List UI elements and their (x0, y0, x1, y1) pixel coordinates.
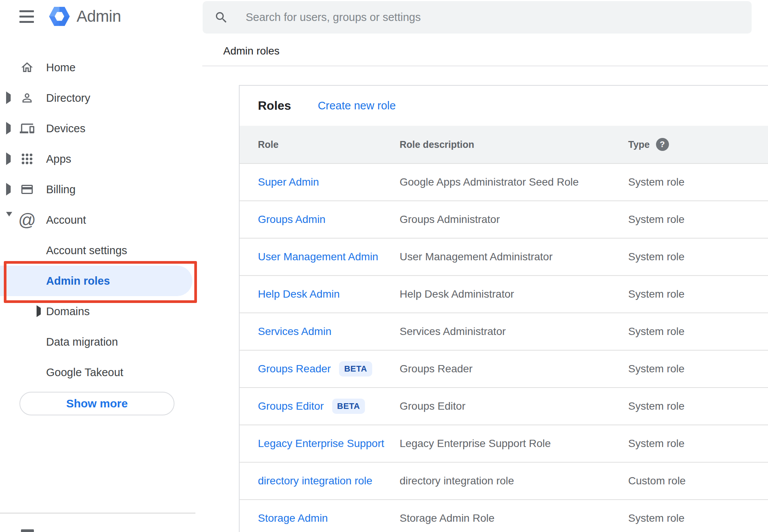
sidebar-item-data-migration[interactable]: Data migration (0, 327, 202, 357)
sidebar-item-admin-roles[interactable]: Admin roles (0, 266, 202, 296)
role-link[interactable]: User Management Admin (258, 251, 378, 263)
role-type: System role (628, 176, 768, 188)
role-type: System role (628, 400, 768, 412)
billing-icon (20, 182, 34, 197)
roles-table-header: Role Role description Type ? (240, 126, 768, 164)
search-placeholder: Search for users, groups or settings (246, 11, 421, 24)
expand-arrow-icon[interactable] (6, 95, 11, 101)
sidebar-item-home[interactable]: Home (0, 52, 202, 83)
role-description: Help Desk Administrator (400, 288, 628, 300)
role-link[interactable]: Super Admin (258, 176, 319, 188)
sidebar-item-label: Account settings (0, 244, 127, 257)
expand-arrow-icon[interactable] (6, 125, 11, 132)
sidebar-item-domains[interactable]: Domains (0, 296, 202, 327)
role-description: Legacy Enterprise Support Role (400, 437, 628, 450)
role-description: Groups Reader (400, 363, 628, 375)
role-type: System role (628, 251, 768, 263)
header-divider (202, 66, 768, 66)
sidebar-item-directory[interactable]: Directory (0, 83, 202, 113)
roles-table-body: Super Admin Google Apps Administrator Se… (240, 164, 768, 532)
collapse-arrow-icon[interactable] (6, 216, 12, 223)
table-row: Legacy Enterprise Support Legacy Enterpr… (240, 425, 768, 463)
role-link[interactable]: directory integration role (258, 475, 372, 487)
role-link[interactable]: Groups Editor (258, 400, 324, 412)
role-description: User Management Administrator (400, 251, 628, 263)
role-type: System role (628, 437, 768, 450)
sidebar-item-label: Apps (0, 153, 71, 165)
sidebar-item-billing[interactable]: Billing (0, 174, 202, 205)
role-description: directory integration role (400, 475, 628, 487)
table-row: Groups Admin Groups Administrator System… (240, 201, 768, 239)
sidebar: Admin Home Directory Devices (0, 0, 202, 532)
role-description: Services Administrator (400, 325, 628, 338)
table-row: Storage Admin Storage Admin Role System … (240, 500, 768, 532)
table-row: Super Admin Google Apps Administrator Se… (240, 164, 768, 201)
table-row: Groups Reader BETA Groups Reader System … (240, 351, 768, 388)
role-description: Storage Admin Role (400, 512, 628, 524)
search-input[interactable]: Search for users, groups or settings (203, 1, 752, 34)
role-type: Custom role (628, 475, 768, 487)
admin-hexagon-icon (48, 5, 70, 28)
sidebar-item-label: Directory (0, 92, 90, 104)
role-description: Groups Administrator (400, 213, 628, 226)
cutoff-menu-icon (21, 529, 34, 532)
sidebar-item-label: Account (0, 214, 86, 226)
beta-badge: BETA (339, 361, 372, 377)
sidebar-item-account-settings[interactable]: Account settings (0, 235, 202, 266)
admin-logo[interactable]: Admin (48, 4, 121, 29)
role-type: System role (628, 288, 768, 300)
role-type: System role (628, 325, 768, 338)
app-title: Admin (77, 7, 121, 26)
roles-card-header: Roles Create new role (240, 86, 768, 126)
role-link[interactable]: Storage Admin (258, 512, 328, 524)
create-new-role-link[interactable]: Create new role (318, 99, 396, 112)
role-description: Groups Editor (400, 400, 628, 412)
sidebar-item-label: Google Takeout (0, 366, 123, 379)
breadcrumb: Admin roles (223, 45, 280, 57)
sidebar-item-label: Home (0, 61, 75, 74)
search-icon (214, 10, 229, 25)
table-row: directory integration role directory int… (240, 463, 768, 500)
roles-card: Roles Create new role Role Role descript… (239, 85, 768, 532)
sidebar-item-label: Devices (0, 122, 85, 135)
sidebar-item-devices[interactable]: Devices (0, 113, 202, 144)
sidebar-item-label: Data migration (0, 336, 118, 348)
expand-arrow-icon[interactable] (6, 186, 11, 193)
table-row: Help Desk Admin Help Desk Administrator … (240, 276, 768, 313)
column-header-description: Role description (400, 139, 628, 150)
main-content: Search for users, groups or settings Adm… (202, 0, 768, 532)
role-type: System role (628, 512, 768, 524)
role-type: System role (628, 213, 768, 226)
table-row: User Management Admin User Management Ad… (240, 239, 768, 276)
sidebar-item-label: Billing (0, 183, 75, 196)
sidebar-item-label: Domains (0, 305, 90, 318)
role-link[interactable]: Groups Admin (258, 213, 325, 226)
beta-badge: BETA (332, 399, 365, 414)
role-type: System role (628, 363, 768, 375)
directory-icon (20, 90, 34, 106)
home-icon (20, 60, 34, 75)
role-link[interactable]: Services Admin (258, 325, 331, 338)
column-header-role: Role (258, 139, 400, 150)
sidebar-divider (0, 513, 195, 514)
show-more-button[interactable]: Show more (19, 392, 174, 415)
sidebar-item-google-takeout[interactable]: Google Takeout (0, 357, 202, 388)
menu-icon[interactable] (19, 10, 34, 26)
account-icon: @ (20, 212, 34, 228)
help-icon[interactable]: ? (656, 138, 669, 151)
table-row: Services Admin Services Administrator Sy… (240, 313, 768, 351)
role-link[interactable]: Help Desk Admin (258, 288, 340, 300)
sidebar-nav: Home Directory Devices (0, 52, 202, 388)
roles-title: Roles (258, 99, 291, 113)
devices-icon (20, 121, 34, 136)
sidebar-item-account[interactable]: @ Account (0, 205, 202, 235)
sidebar-item-label: Admin roles (0, 275, 110, 287)
role-link[interactable]: Groups Reader (258, 363, 331, 375)
table-row: Groups Editor BETA Groups Editor System … (240, 388, 768, 425)
role-link[interactable]: Legacy Enterprise Support (258, 437, 384, 450)
role-description: Google Apps Administrator Seed Role (400, 176, 628, 188)
column-header-type: Type ? (628, 138, 768, 151)
sidebar-item-apps[interactable]: Apps (0, 144, 202, 174)
apps-icon (20, 151, 34, 167)
expand-arrow-icon[interactable] (6, 155, 11, 162)
